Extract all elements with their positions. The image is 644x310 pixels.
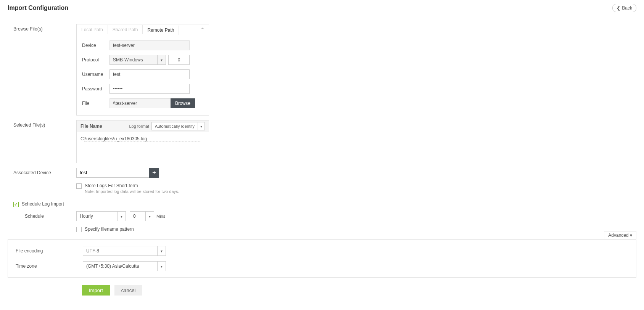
advanced-toggle[interactable]: Advanced ▾ — [604, 231, 636, 239]
tab-remote-path[interactable]: Remote Path — [143, 26, 179, 35]
username-label: Username — [82, 72, 109, 77]
device-input[interactable] — [109, 40, 190, 50]
page-title: Import Configuration — [8, 5, 68, 11]
selected-files-box: File Name Log format Automatically Ident… — [76, 120, 209, 163]
associated-device-input[interactable] — [76, 168, 151, 178]
specify-pattern-label: Specify filename pattern — [85, 226, 134, 232]
tab-shared-path[interactable]: Shared Path — [108, 25, 143, 34]
selected-file-item: C:\users\logfiles\u_ex180305.log — [80, 136, 205, 141]
schedule-import-checkbox[interactable] — [13, 202, 19, 207]
log-format-select[interactable]: Automatically Identify ▾ — [151, 122, 205, 130]
timezone-label: Time zone — [14, 261, 83, 269]
protocol-select[interactable]: SMB-Windows ▾ — [109, 55, 166, 65]
chevron-down-icon: ▾ — [157, 262, 166, 271]
selected-files-label: Selected File(s) — [8, 120, 76, 128]
device-label: Device — [82, 43, 109, 48]
tab-local-path[interactable]: Local Path — [77, 25, 108, 34]
mins-unit-label: Mins — [156, 214, 165, 218]
specify-pattern-checkbox[interactable] — [76, 227, 82, 232]
schedule-mins-value: 0 — [130, 214, 145, 219]
back-button[interactable]: ❮ Back — [612, 4, 636, 12]
log-format-label: Log format — [129, 124, 149, 128]
browse-files-label: Browse File(s) — [8, 24, 76, 32]
file-label: File — [82, 101, 109, 106]
advanced-toggle-label: Advanced — [608, 233, 628, 238]
file-path-input[interactable] — [109, 98, 171, 108]
file-encoding-select[interactable]: UTF-8 ▾ — [83, 246, 166, 256]
schedule-frequency-select[interactable]: Hourly ▾ — [76, 211, 126, 221]
cancel-button[interactable]: cancel — [114, 285, 143, 296]
browse-button[interactable]: Browse — [171, 98, 195, 108]
protocol-value: SMB-Windows — [110, 57, 157, 63]
back-label: Back — [622, 5, 632, 11]
caret-down-icon: ▾ — [630, 233, 632, 238]
timezone-value: (GMT+5:30) Asia/Calcutta — [83, 263, 157, 269]
password-label: Password — [82, 86, 109, 92]
chevron-down-icon: ▾ — [117, 212, 126, 221]
associated-device-label: Associated Device — [8, 168, 76, 175]
store-short-term-checkbox[interactable] — [76, 183, 82, 189]
chevron-down-icon: ▾ — [145, 212, 154, 221]
collapse-panel-icon[interactable]: ⌃ — [196, 27, 209, 33]
username-input[interactable] — [109, 69, 190, 79]
add-device-button[interactable]: + — [149, 168, 159, 178]
file-encoding-label: File encoding — [14, 246, 83, 254]
store-short-term-note: Note: Imported log data will be stored f… — [85, 189, 179, 194]
browse-tab-panel: Local Path Shared Path Remote Path ⌃ Dev… — [76, 24, 209, 116]
chevron-left-icon: ❮ — [617, 5, 620, 11]
protocol-label: Protocol — [82, 57, 109, 63]
import-button[interactable]: Import — [82, 285, 110, 296]
schedule-import-label: Schedule Log Import — [22, 201, 64, 207]
password-input[interactable] — [109, 84, 190, 94]
chevron-down-icon: ▾ — [157, 55, 166, 64]
file-name-header: File Name — [80, 124, 129, 129]
chevron-down-icon: ▾ — [198, 122, 204, 130]
schedule-frequency-value: Hourly — [77, 214, 117, 219]
schedule-mins-select[interactable]: 0 ▾ — [130, 211, 154, 221]
protocol-port-input[interactable] — [168, 55, 190, 65]
store-short-term-label: Store Logs For Short-term — [85, 183, 179, 188]
schedule-label: Schedule — [8, 211, 76, 219]
file-encoding-value: UTF-8 — [83, 248, 157, 254]
chevron-down-icon: ▾ — [157, 246, 166, 255]
timezone-select[interactable]: (GMT+5:30) Asia/Calcutta ▾ — [83, 261, 166, 271]
log-format-value: Automatically Identify — [152, 124, 198, 128]
